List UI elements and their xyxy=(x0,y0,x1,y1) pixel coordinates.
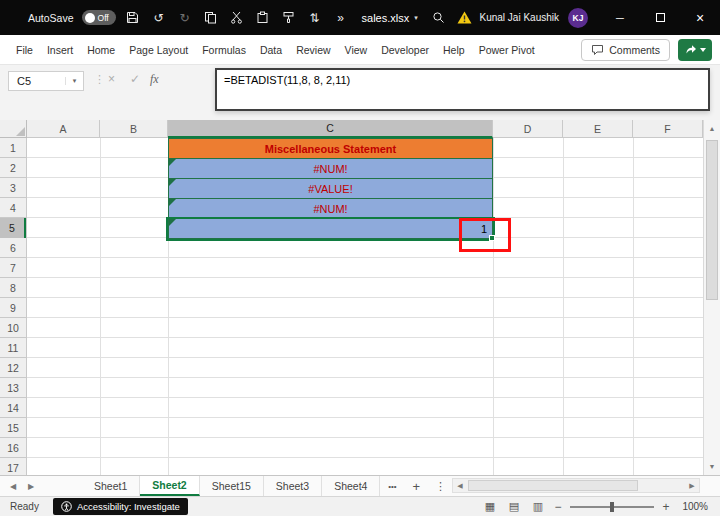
minimize-icon: ─ xyxy=(616,12,624,24)
column-header-A[interactable]: A xyxy=(27,120,100,138)
minimize-button[interactable]: ─ xyxy=(612,10,628,26)
tab-insert[interactable]: Insert xyxy=(47,44,73,56)
row-header-10[interactable]: 10 xyxy=(0,318,26,338)
sheet-nav-left-icon[interactable]: ◀ xyxy=(4,482,22,491)
format-painter-button[interactable] xyxy=(280,9,298,27)
row-header-7[interactable]: 7 xyxy=(0,258,26,278)
alert-indicator[interactable] xyxy=(457,11,472,24)
row-header-14[interactable]: 14 xyxy=(0,398,26,418)
row-header-3[interactable]: 3 xyxy=(0,178,26,198)
tab-file[interactable]: File xyxy=(16,44,33,56)
cell-C5[interactable]: 1 xyxy=(168,218,493,239)
cell-C3[interactable]: #VALUE! xyxy=(168,178,493,199)
user-name[interactable]: Kunal Jai Kaushik xyxy=(480,12,560,23)
column-header-E[interactable]: E xyxy=(563,120,633,138)
row-header-17[interactable]: 17 xyxy=(0,458,26,475)
row-header-11[interactable]: 11 xyxy=(0,338,26,358)
tab-view[interactable]: View xyxy=(345,44,368,56)
sheet-tab-sheet2[interactable]: Sheet2 xyxy=(140,476,199,496)
redo-button[interactable]: ↻ xyxy=(176,9,194,27)
zoom-slider[interactable] xyxy=(570,506,654,508)
zoom-in-icon[interactable]: + xyxy=(658,500,674,514)
error-flag-icon xyxy=(169,219,176,226)
row-header-1[interactable]: 1 xyxy=(0,138,26,158)
undo-button[interactable]: ↺ xyxy=(150,9,168,27)
horizontal-scrollbar[interactable]: ◀ ▶ xyxy=(452,478,700,493)
column-header-B[interactable]: B xyxy=(100,120,168,138)
tab-help[interactable]: Help xyxy=(443,44,465,56)
sort-button[interactable]: ⇅ xyxy=(306,9,324,27)
column-header-F[interactable]: F xyxy=(633,120,703,138)
tab-home[interactable]: Home xyxy=(87,44,115,56)
avatar[interactable]: KJ xyxy=(568,8,588,28)
row-header-13[interactable]: 13 xyxy=(0,378,26,398)
row-header-15[interactable]: 15 xyxy=(0,418,26,438)
row-header-6[interactable]: 6 xyxy=(0,238,26,258)
sheet-menu-icon[interactable]: ⋮ xyxy=(428,480,452,493)
sheet-nav-right-icon[interactable]: ▶ xyxy=(22,482,40,491)
page-layout-view-icon[interactable]: ▤ xyxy=(502,500,526,513)
tab-developer[interactable]: Developer xyxy=(381,44,429,56)
sheet-tab-sheet15[interactable]: Sheet15 xyxy=(200,476,264,496)
sheet-tab-sheet4[interactable]: Sheet4 xyxy=(322,476,380,496)
copy-button[interactable] xyxy=(202,9,220,27)
qat-overflow-button[interactable]: » xyxy=(332,9,350,27)
autosave-toggle[interactable]: Off xyxy=(82,10,116,25)
save-button[interactable] xyxy=(124,9,142,27)
scroll-right-button[interactable]: ▶ xyxy=(685,479,699,492)
zoom-slider-thumb[interactable] xyxy=(610,502,614,512)
tab-data[interactable]: Data xyxy=(260,44,282,56)
column-header-C[interactable]: C xyxy=(168,120,493,138)
normal-view-icon[interactable]: ▦ xyxy=(478,500,502,513)
warning-icon xyxy=(457,11,472,24)
search-button[interactable] xyxy=(430,9,448,27)
zoom-level-label[interactable]: 100% xyxy=(674,501,720,512)
horizontal-scrollbar-thumb[interactable] xyxy=(468,480,638,491)
name-box-chevron-down-icon[interactable]: ▾ xyxy=(65,77,83,85)
share-button[interactable] xyxy=(678,39,712,61)
more-sheets-icon[interactable]: ••• xyxy=(380,482,404,491)
paste-button[interactable] xyxy=(254,9,272,27)
cell-C2[interactable]: #NUM! xyxy=(168,158,493,179)
row-header-9[interactable]: 9 xyxy=(0,298,26,318)
close-button[interactable]: × xyxy=(692,10,708,26)
maximize-button[interactable] xyxy=(652,10,668,26)
cell-C4[interactable]: #NUM! xyxy=(168,198,493,219)
titlebar: AutoSave Off ↺ ↻ ⇅ » sales.xlsx ▾ xyxy=(0,0,720,35)
enter-icon[interactable]: ✓ xyxy=(130,72,140,86)
row-header-4[interactable]: 4 xyxy=(0,198,26,218)
name-box[interactable]: C5 ▾ xyxy=(8,71,84,91)
scroll-down-button[interactable]: ▼ xyxy=(704,458,720,475)
title-chevron-down-icon[interactable]: ▾ xyxy=(414,14,418,22)
scroll-left-button[interactable]: ◀ xyxy=(453,479,467,492)
zoom-out-icon[interactable]: − xyxy=(550,500,566,514)
vertical-scrollbar-thumb[interactable] xyxy=(706,140,718,300)
tab-review[interactable]: Review xyxy=(296,44,330,56)
new-sheet-button[interactable]: + xyxy=(404,479,428,494)
document-title[interactable]: sales.xlsx xyxy=(362,12,410,24)
row-header-8[interactable]: 8 xyxy=(0,278,26,298)
tab-formulas[interactable]: Formulas xyxy=(202,44,246,56)
row-header-12[interactable]: 12 xyxy=(0,358,26,378)
cell-C1[interactable]: Miscellaneous Statement xyxy=(168,138,493,159)
row-header-16[interactable]: 16 xyxy=(0,438,26,458)
formula-input[interactable]: =BETADIST(11,8, 8, 2,11) xyxy=(215,68,710,111)
cut-button[interactable] xyxy=(228,9,246,27)
sheet-tab-sheet1[interactable]: Sheet1 xyxy=(82,476,140,496)
scroll-up-button[interactable]: ▲ xyxy=(704,120,720,137)
cells-area[interactable]: Miscellaneous Statement #NUM! #VALUE! #N… xyxy=(27,138,703,475)
insert-function-icon[interactable]: fx xyxy=(150,72,159,87)
row-header-5[interactable]: 5 xyxy=(0,218,26,238)
tab-power-pivot[interactable]: Power Pivot xyxy=(479,44,535,56)
accessibility-status[interactable]: Accessibility: Investigate xyxy=(53,498,188,515)
select-all-corner[interactable] xyxy=(0,120,27,138)
page-break-view-icon[interactable]: ▥ xyxy=(526,500,550,513)
vertical-scrollbar[interactable]: ▲ ▼ xyxy=(703,120,720,475)
row-header-2[interactable]: 2 xyxy=(0,158,26,178)
tab-page-layout[interactable]: Page Layout xyxy=(129,44,188,56)
comments-button[interactable]: Comments xyxy=(581,39,670,61)
fill-handle[interactable] xyxy=(489,235,495,241)
sheet-tab-sheet3[interactable]: Sheet3 xyxy=(264,476,322,496)
cancel-icon[interactable]: × xyxy=(108,72,115,86)
column-header-D[interactable]: D xyxy=(493,120,563,138)
